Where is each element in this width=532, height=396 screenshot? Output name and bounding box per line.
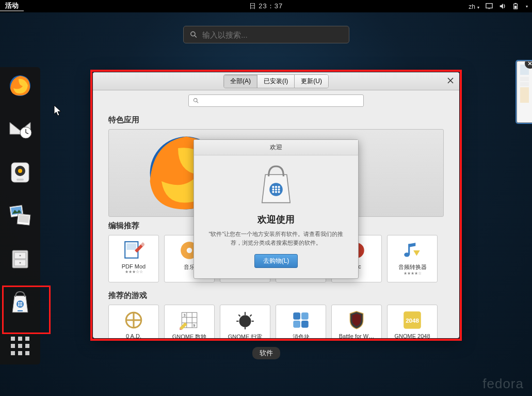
software-window: 全部(A) 已安装(I) 更新(U) 特色应用 编辑推荐 PDF Mod ★★★… bbox=[93, 72, 459, 338]
search-icon bbox=[190, 30, 198, 39]
svg-line-7 bbox=[195, 36, 197, 38]
dialog-backdrop: 欢迎 欢迎使用 "软件"让您在一个地方安装所有软件。请查看我们的推荐，浏览分类或… bbox=[93, 72, 459, 338]
svg-point-6 bbox=[190, 31, 195, 36]
svg-point-79 bbox=[278, 186, 280, 188]
svg-point-32 bbox=[20, 304, 21, 305]
dialog-heading: 欢迎使用 bbox=[204, 213, 348, 226]
show-applications-button[interactable] bbox=[5, 330, 36, 361]
svg-point-28 bbox=[18, 302, 19, 303]
dialog-title: 欢迎 bbox=[194, 140, 358, 155]
svg-rect-20 bbox=[18, 215, 29, 223]
mouse-cursor bbox=[54, 105, 63, 117]
svg-marker-88 bbox=[54, 105, 61, 116]
close-icon bbox=[528, 61, 532, 66]
firefox-icon[interactable] bbox=[5, 70, 36, 101]
svg-rect-0 bbox=[486, 4, 492, 8]
svg-point-85 bbox=[278, 191, 280, 193]
overview-search[interactable] bbox=[183, 26, 349, 43]
svg-point-34 bbox=[18, 305, 19, 306]
svg-rect-1 bbox=[488, 8, 490, 9]
photos-icon[interactable] bbox=[5, 200, 36, 231]
svg-point-24 bbox=[20, 255, 21, 257]
volume-icon bbox=[499, 3, 506, 10]
music-player-icon[interactable] bbox=[5, 157, 36, 188]
activities-button[interactable]: 活动 bbox=[0, 1, 24, 11]
welcome-dialog: 欢迎 欢迎使用 "软件"让您在一个地方安装所有软件。请查看我们的推荐，浏览分类或… bbox=[194, 139, 359, 279]
shopping-bag-icon bbox=[255, 165, 297, 206]
svg-point-31 bbox=[18, 304, 19, 305]
svg-point-25 bbox=[20, 262, 21, 264]
svg-point-35 bbox=[20, 305, 21, 306]
svg-rect-4 bbox=[514, 3, 517, 4]
software-icon[interactable] bbox=[5, 287, 36, 318]
go-shopping-button[interactable]: 去购物(L) bbox=[254, 254, 298, 268]
svg-point-33 bbox=[21, 304, 22, 305]
svg-point-77 bbox=[272, 186, 274, 188]
svg-point-82 bbox=[278, 188, 280, 191]
overview-search-input[interactable] bbox=[202, 30, 342, 39]
svg-point-84 bbox=[275, 191, 277, 193]
input-language[interactable]: zh▾ bbox=[469, 3, 479, 10]
svg-rect-16 bbox=[17, 179, 24, 181]
svg-point-29 bbox=[20, 302, 21, 303]
fedora-branding: fedora bbox=[482, 376, 524, 392]
dock bbox=[0, 67, 40, 365]
battery-icon bbox=[512, 3, 520, 10]
status-area[interactable]: zh▾ ▾ bbox=[469, 3, 528, 10]
clock[interactable]: 日 23：37 bbox=[249, 2, 283, 11]
workspace-thumbnail[interactable] bbox=[517, 61, 532, 123]
svg-point-80 bbox=[272, 188, 274, 191]
mail-clock-icon[interactable] bbox=[5, 114, 36, 145]
svg-point-15 bbox=[18, 169, 22, 173]
svg-marker-2 bbox=[500, 4, 503, 9]
svg-rect-5 bbox=[514, 6, 517, 8]
top-bar: 活动 日 23：37 zh▾ ▾ bbox=[0, 0, 532, 12]
window-caption: 软件 bbox=[252, 347, 280, 359]
svg-point-30 bbox=[21, 302, 22, 303]
svg-point-36 bbox=[21, 305, 22, 306]
files-icon[interactable] bbox=[5, 244, 36, 275]
dialog-body-text: "软件"让您在一个地方安装所有软件。请查看我们的推荐，浏览分类或者搜索想要的软件… bbox=[204, 230, 348, 247]
svg-rect-37 bbox=[18, 310, 23, 311]
display-icon bbox=[486, 3, 493, 10]
svg-point-78 bbox=[275, 186, 277, 188]
svg-point-81 bbox=[275, 188, 277, 191]
svg-point-83 bbox=[272, 191, 274, 193]
system-menu-caret[interactable]: ▾ bbox=[526, 4, 528, 9]
